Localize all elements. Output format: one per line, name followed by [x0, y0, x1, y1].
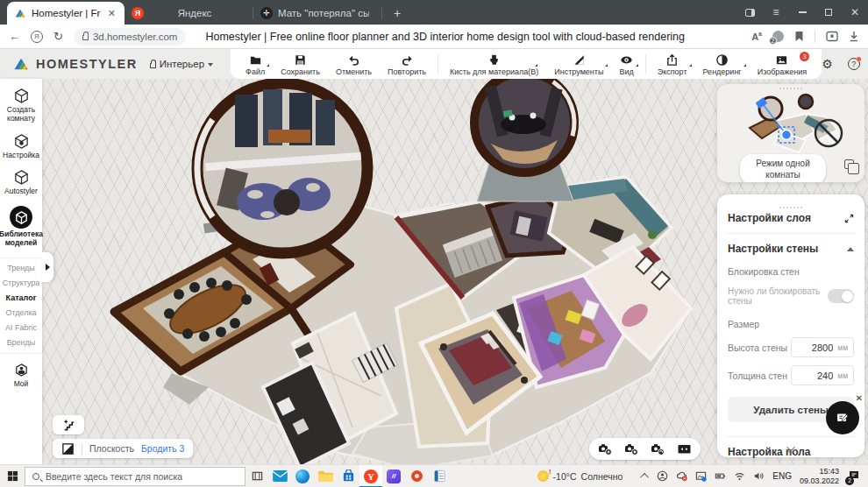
language-indicator[interactable]: ENG [772, 471, 792, 481]
side-panel-icon[interactable] [736, 0, 763, 25]
tab-homestyler[interactable]: Homestyler | Free online ✕ [7, 2, 125, 25]
fit-view-icon[interactable] [677, 443, 692, 455]
drag-handle[interactable] [717, 84, 864, 89]
store-app-button[interactable] [337, 465, 359, 487]
file-button[interactable]: Файл [238, 52, 273, 77]
floor-selector-button[interactable] [53, 415, 84, 434]
maximize-button[interactable] [815, 0, 842, 25]
vk-app-button[interactable]: // [382, 465, 405, 487]
edge-app-button[interactable] [291, 465, 314, 487]
ruler-icon [573, 53, 586, 67]
sidebar-item-create-room[interactable]: Создать комнату [0, 88, 42, 124]
wall-height-field[interactable]: мм [791, 337, 854, 357]
tab-title: Мать "потеряла" сына уш [278, 8, 369, 18]
expand-panel-icon[interactable] [844, 214, 854, 223]
tray-wifi-icon[interactable] [734, 470, 745, 482]
camera-video-icon[interactable] [651, 442, 665, 455]
camera-add-icon[interactable] [598, 442, 613, 455]
reload-icon[interactable]: ↻ [53, 30, 63, 43]
yandex-services-icon[interactable]: Я [31, 31, 43, 43]
download-icon[interactable] [849, 31, 859, 42]
camera-position-dot[interactable] [782, 131, 792, 140]
weather-widget[interactable]: ! -10°C Солнечно [537, 470, 623, 482]
rendering-button[interactable]: Рендеринг [695, 52, 750, 77]
tab-yandex[interactable]: Я Яндекс [125, 2, 253, 25]
task-view-button[interactable] [245, 465, 268, 487]
wall-lock-toggle[interactable] [828, 289, 854, 303]
collapse-icon[interactable] [847, 247, 854, 251]
sidebar-item-autostyler[interactable]: Autostyler [0, 169, 42, 196]
wall-height-input[interactable] [803, 342, 833, 353]
library-flyout-tab[interactable] [42, 252, 53, 282]
bookmark-icon[interactable] [794, 31, 804, 42]
wall-thickness-label: Толщина стен [728, 371, 787, 381]
single-room-mode-button[interactable]: Режим одной комнаты [740, 154, 826, 182]
submenu-catalog[interactable]: Каталог [0, 291, 42, 306]
profile-icon[interactable]: 2 [772, 31, 784, 42]
search-input[interactable] [46, 471, 238, 482]
images-button[interactable]: Изображения 3 [750, 52, 815, 77]
redo-button[interactable]: Повторить [380, 52, 434, 77]
2d-3d-toggle-icon[interactable] [61, 442, 75, 455]
export-button[interactable]: Экспорт [650, 52, 695, 77]
library-submenu: Тренды Структура Каталог Отделка AI Fabr… [0, 258, 42, 354]
minimize-button[interactable] [789, 0, 815, 25]
notification-center-button[interactable]: 2 [847, 469, 863, 484]
feedback-close-icon[interactable]: ✕ [856, 393, 863, 403]
tray-volume-icon[interactable] [753, 470, 765, 482]
minimap-card[interactable]: Режим одной комнаты [717, 84, 864, 182]
room-tower-small[interactable] [455, 79, 594, 201]
new-tab-button[interactable]: + [388, 4, 407, 23]
collections-icon[interactable] [826, 31, 838, 42]
submenu-ai-fabric[interactable]: AI Fabric [0, 321, 42, 335]
scroll-more-chevrons[interactable] [788, 448, 794, 453]
mail-app-button[interactable] [268, 465, 291, 487]
submenu-finish[interactable]: Отделка [0, 306, 42, 321]
clock[interactable]: 15:43 09.03.2022 [800, 467, 839, 486]
back-icon[interactable]: ← [9, 30, 20, 43]
submenu-brands[interactable]: Бренды [0, 335, 42, 350]
tray-battery-icon[interactable] [715, 470, 726, 482]
address-bar-actions: Aa 2 [751, 31, 859, 43]
taskbar-search[interactable] [25, 467, 245, 486]
view-button[interactable]: Вид [611, 52, 641, 77]
camera-settings-icon[interactable] [624, 442, 639, 455]
feedback-button[interactable] [826, 401, 859, 434]
tray-person-icon[interactable] [657, 470, 668, 482]
walk-mode-button[interactable]: Бродить 3 [141, 443, 184, 454]
word-app-button[interactable] [428, 465, 451, 487]
tools-button[interactable]: Инструменты [546, 52, 611, 77]
help-icon[interactable]: ? [848, 58, 860, 70]
office-app-button[interactable] [405, 465, 428, 487]
submenu-trends[interactable]: Тренды [0, 261, 42, 276]
url-field[interactable]: 3d.homestyler.com [74, 28, 187, 46]
tray-cloud-error-icon[interactable] [676, 470, 687, 482]
translate-icon[interactable]: Aa [751, 31, 762, 42]
material-brush-button[interactable]: Кисть для материала(B) [442, 52, 546, 77]
sidebar-item-my[interactable]: Мой [0, 362, 42, 389]
yandex-browser-button[interactable]: Y [359, 465, 382, 487]
wall-thickness-field[interactable]: мм [791, 365, 854, 385]
viewport-3d[interactable]: Создать комнату Настройка Autostyler Биб… [0, 79, 868, 464]
tab-news[interactable]: ✛ Мать "потеряла" сына уш [253, 2, 381, 25]
save-button[interactable]: Сохранить [273, 52, 328, 77]
project-selector[interactable]: Интерьер [150, 59, 213, 69]
wall-thickness-input[interactable] [803, 371, 833, 381]
start-button[interactable] [0, 465, 25, 487]
undo-button[interactable]: Отменить [328, 52, 380, 77]
settings-gear-icon[interactable]: ⚙ [822, 57, 833, 71]
hidden-icons-chevron[interactable] [640, 473, 649, 482]
browser-menu-icon[interactable]: ≡ [763, 0, 789, 25]
brand[interactable]: HOMESTYLER [0, 55, 138, 73]
drag-handle[interactable] [728, 203, 854, 208]
close-button[interactable]: ✕ [842, 0, 868, 25]
copy-pages-icon[interactable] [844, 159, 854, 169]
explorer-app-button[interactable] [314, 465, 337, 487]
tab-close-icon[interactable]: ✕ [106, 8, 117, 19]
sidebar-item-model-library[interactable]: Библиотека моделей [0, 206, 42, 248]
tray-photos-icon[interactable] [695, 470, 707, 482]
plane-mode-button[interactable]: Плоскость [89, 443, 134, 454]
weather-temp: -10°C [553, 471, 577, 482]
sidebar-item-settings[interactable]: Настройка [0, 133, 42, 160]
submenu-structure[interactable]: Структура [0, 276, 42, 291]
